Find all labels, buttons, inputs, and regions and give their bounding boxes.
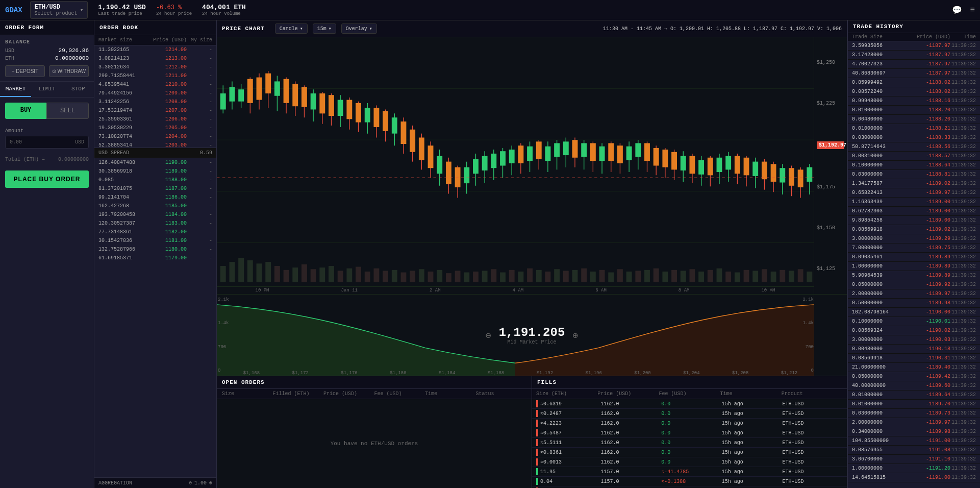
ob-ask-row[interactable]: 79.449241561209.00- (94, 89, 216, 97)
th-row[interactable]: 0.03000000-1188.8111:39:32 (848, 170, 980, 179)
th-row[interactable]: 0.00480000-1190.1811:39:32 (848, 345, 980, 354)
ob-bid-row[interactable]: 162.4272681185.00- (94, 202, 216, 210)
ob-bid-row[interactable]: 0.0851188.00- (94, 176, 216, 184)
ob-ask-row[interactable]: 11.30221651214.00- (94, 45, 216, 54)
th-row[interactable]: 104.85500000-1191.0011:39:32 (848, 436, 980, 446)
th-row[interactable]: 0.08572240-1188.0211:39:32 (848, 87, 980, 96)
th-row[interactable]: 0.62782303-1189.0011:39:32 (848, 207, 980, 216)
th-row[interactable]: 0.08576955-1191.0811:39:32 (848, 446, 980, 455)
th-row[interactable]: 2.00000000-1189.9711:39:32 (848, 289, 980, 299)
th-row[interactable]: 3.00000000-1189.2911:39:32 (848, 234, 980, 243)
th-row[interactable]: 0.10000000-1188.6411:39:32 (848, 161, 980, 170)
th-row[interactable]: 7.00000000-1189.7511:39:32 (848, 243, 980, 253)
th-row[interactable]: 1.00000000-1191.2011:39:32 (848, 464, 980, 473)
th-row[interactable]: 3.00000000-1190.0311:39:32 (848, 335, 980, 345)
ob-ask-row[interactable]: 25.359033611206.00- (94, 115, 216, 124)
buy-tab[interactable]: BUY (5, 103, 46, 119)
th-row[interactable]: 1.16363439-1189.0011:39:32 (848, 198, 980, 207)
ob-ask-row[interactable]: 19.305302291205.00- (94, 124, 216, 132)
fills-row[interactable]: 0.041157.0≈-0.138815h agoETH-USD (532, 477, 847, 486)
fills-row[interactable]: ≈0.83611162.00.015h agoETH-USD (532, 448, 847, 457)
tab-limit[interactable]: LIMIT (31, 82, 62, 97)
ob-ask-row[interactable]: 4.853954411210.00- (94, 80, 216, 89)
th-row[interactable]: 0.85999492-1188.0211:39:32 (848, 78, 980, 87)
th-row[interactable]: 9.89854258-1189.0011:39:32 (848, 216, 980, 225)
fills-row[interactable]: ≈0.00131162.00.015h agoETH-USD (532, 457, 847, 467)
aggregation-plus-icon[interactable]: ⊕ (209, 480, 212, 486)
amount-input-display[interactable]: 0.00 USD (5, 136, 89, 149)
th-row[interactable]: 0.01000000-1189.6411:39:32 (848, 391, 980, 400)
ob-bid-row[interactable]: 126.408474881190.00- (94, 158, 216, 167)
overlay-dropdown[interactable]: Overlay ▾ (341, 23, 377, 34)
th-row[interactable]: 3.59935056-1187.9711:39:32 (848, 41, 980, 51)
ob-ask-row[interactable]: 3.302126341212.00- (94, 63, 216, 71)
timeframe-dropdown[interactable]: 15m ▾ (313, 23, 336, 34)
ob-bid-row[interactable]: 30.154278361181.00- (94, 236, 216, 245)
th-row[interactable]: 0.01000000-1188.2111:39:32 (848, 124, 980, 133)
tab-market[interactable]: MARKET (0, 82, 31, 97)
fills-row[interactable]: ≈0.54871162.00.015h agoETH-USD (532, 428, 847, 438)
th-row[interactable]: 50.87714643-1188.5611:39:32 (848, 142, 980, 152)
th-row[interactable]: 3.06700000-1191.1011:39:32 (848, 455, 980, 464)
menu-icon[interactable]: ≡ (970, 6, 975, 15)
ob-bid-row[interactable]: 77.731483611182.00- (94, 228, 216, 236)
ob-ask-row[interactable]: 17.532194741207.00- (94, 106, 216, 115)
fills-row[interactable]: 11.951157.0≈-41.478515h agoETH-USD (532, 467, 847, 477)
zoom-out-icon[interactable]: ⊖ (486, 330, 491, 341)
ob-bid-row[interactable]: 81.372010751187.00- (94, 184, 216, 193)
ob-ask-row[interactable]: 3.112422561208.00- (94, 97, 216, 106)
th-row[interactable]: 0.99948000-1188.1611:39:32 (848, 96, 980, 106)
th-row[interactable]: 0.08569918-1189.0211:39:32 (848, 225, 980, 234)
tab-stop[interactable]: STOP (63, 82, 94, 97)
ob-bid-row[interactable]: 193.792004581184.00- (94, 210, 216, 219)
th-row[interactable]: 3.17428000-1187.9711:39:32 (848, 51, 980, 60)
th-row[interactable]: 2.00000000-1189.9711:39:32 (848, 418, 980, 427)
th-row[interactable]: 5.90964539-1189.8911:39:32 (848, 271, 980, 280)
sell-tab[interactable]: SELL (46, 103, 89, 119)
th-row[interactable]: 40.86830697-1187.9711:39:32 (848, 69, 980, 78)
th-row[interactable]: 1.34177587-1189.0211:39:32 (848, 179, 980, 188)
th-row[interactable]: 14.64515815-1191.0011:39:32 (848, 473, 980, 482)
zoom-in-icon[interactable]: ⊕ (572, 330, 578, 341)
th-row[interactable]: 0.65822413-1189.9711:39:32 (848, 188, 980, 198)
th-row[interactable]: 0.09035461-1189.8911:39:32 (848, 253, 980, 262)
th-row[interactable]: 40.00000000-1189.6011:39:32 (848, 381, 980, 391)
ob-bid-row[interactable]: 61.691853711179.00- (94, 254, 216, 260)
th-row[interactable]: 0.03000000-1188.3311:39:32 (848, 133, 980, 142)
th-row[interactable]: 4.70027323-1187.9711:39:32 (848, 60, 980, 69)
th-row[interactable]: 0.50000000-1189.9811:39:32 (848, 299, 980, 308)
th-row[interactable]: 0.08569324-1190.0211:39:32 (848, 326, 980, 335)
aggregation-minus-icon[interactable]: ⊖ (189, 480, 192, 486)
th-row[interactable]: 0.00310000-1188.5711:39:32 (848, 152, 980, 161)
deposit-button[interactable]: + DEPOSIT (5, 65, 45, 77)
place-buy-order-button[interactable]: PLACE BUY ORDER (5, 170, 89, 188)
th-row[interactable]: 102.08798164-1190.0011:39:32 (848, 308, 980, 317)
ob-bid-row[interactable]: 30.385699181189.00- (94, 167, 216, 176)
ob-ask-row[interactable]: 3.082141231213.00- (94, 54, 216, 63)
th-row[interactable]: 0.01000000-1189.7011:39:32 (848, 400, 980, 409)
candle-dropdown[interactable]: Candle ▾ (275, 23, 308, 34)
pair-selector[interactable]: ETH/USD Select product ▾ (30, 1, 88, 19)
th-row[interactable]: 21.00000000-1189.4011:39:32 (848, 363, 980, 372)
ob-ask-row[interactable]: 73.108207741204.00- (94, 132, 216, 141)
fills-row[interactable]: ≈0.63191162.00.015h agoETH-USD (532, 399, 847, 409)
ob-bid-row[interactable]: 120.305273871183.00- (94, 219, 216, 228)
th-row[interactable]: 0.08569918-1190.3111:39:32 (848, 354, 980, 363)
th-row[interactable]: 1.00000000-1189.8911:39:32 (848, 262, 980, 271)
chat-icon[interactable]: 💬 (952, 5, 962, 15)
th-row[interactable]: 0.05000000-1189.4211:39:32 (848, 372, 980, 381)
th-row[interactable]: 0.00480000-1188.2011:39:32 (848, 115, 980, 124)
ob-ask-row[interactable]: 290.713584411211.00- (94, 71, 216, 80)
th-row[interactable]: 0.01000000-1188.2011:39:32 (848, 106, 980, 115)
ob-bid-row[interactable]: 99.21417041186.00- (94, 193, 216, 202)
th-row[interactable]: 0.10000000-1190.0111:39:32 (848, 317, 980, 326)
withdraw-button[interactable]: ⊙ WITHDRAW (49, 65, 89, 77)
th-row[interactable]: 0.34000000-1189.9811:39:32 (848, 427, 980, 436)
fills-row[interactable]: ≈5.51111162.00.015h agoETH-USD (532, 438, 847, 448)
ob-ask-row[interactable]: 52.388534141203.00- (94, 141, 216, 148)
ob-bid-row[interactable]: 132.752879661180.00- (94, 245, 216, 254)
th-row[interactable]: 0.05000000-1189.9211:39:32 (848, 280, 980, 289)
th-row[interactable]: 0.03000000-1189.7311:39:32 (848, 409, 980, 418)
fills-row[interactable]: ≈4.22231162.00.015h agoETH-USD (532, 419, 847, 428)
fills-row[interactable]: ≈0.24871162.00.015h agoETH-USD (532, 409, 847, 419)
